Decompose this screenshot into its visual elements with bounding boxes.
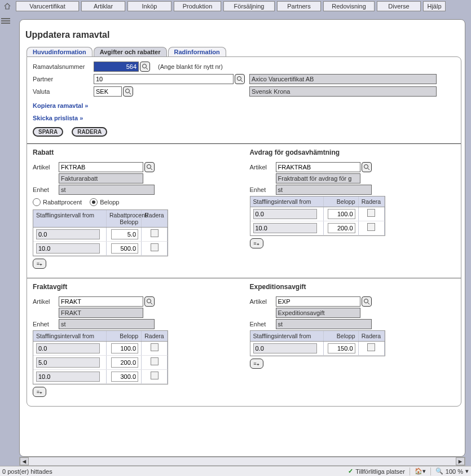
value-input[interactable] xyxy=(328,209,355,219)
add-row-button[interactable]: ≡₊ xyxy=(250,238,263,248)
security-icon[interactable]: 🏠▾ xyxy=(415,468,426,475)
value-input[interactable] xyxy=(111,243,138,254)
col-from: Stafflingsintervall from xyxy=(33,331,107,341)
col-val: Rabattprocent/ Belopp xyxy=(107,210,142,227)
artikel-name-display: Fakturarabatt xyxy=(59,173,143,184)
table-row xyxy=(33,228,168,242)
delete-checkbox[interactable] xyxy=(151,343,159,351)
tab-1[interactable]: Avgifter och rabatter xyxy=(94,47,167,56)
delete-checkbox[interactable] xyxy=(367,209,375,217)
col-radera: Radera xyxy=(359,331,385,341)
add-row-button[interactable]: ≡₊ xyxy=(33,387,46,397)
menu-diverse[interactable]: Diverse xyxy=(377,1,421,11)
artikel-lookup-icon[interactable] xyxy=(144,296,155,307)
menu-produktion[interactable]: Produktion xyxy=(174,1,221,11)
col-radera: Radera xyxy=(359,196,385,207)
svg-line-13 xyxy=(368,303,369,304)
artikel-label: Artikel xyxy=(250,298,276,305)
artikel-label: Artikel xyxy=(33,164,59,171)
radio-belopp[interactable] xyxy=(90,198,98,206)
tab-row: HuvudinformationAvgifter och rabatterRad… xyxy=(20,47,465,56)
value-input[interactable] xyxy=(328,343,355,353)
table-row xyxy=(33,342,168,356)
col-radera: Radera xyxy=(142,210,168,227)
save-button[interactable]: SPARA xyxy=(33,127,63,137)
delete-checkbox[interactable] xyxy=(151,372,159,379)
scroll-left-icon[interactable]: ◄ xyxy=(20,457,29,465)
enhet-display: st xyxy=(59,185,155,195)
col-radera: Radera xyxy=(142,331,168,341)
delete-button[interactable]: RADERA xyxy=(72,127,107,137)
value-input[interactable] xyxy=(111,229,138,239)
enhet-label: Enhet xyxy=(33,321,59,327)
menu-varucertifikat[interactable]: Varucertifikat xyxy=(16,1,79,11)
svg-line-1 xyxy=(146,68,148,69)
artikel-code-input[interactable] xyxy=(59,162,143,172)
from-input[interactable] xyxy=(36,243,100,254)
delete-checkbox[interactable] xyxy=(151,243,159,251)
zoom-icon[interactable]: 🔍 xyxy=(435,468,443,475)
copy-framework-link[interactable]: Kopiera ramavtal » xyxy=(33,102,455,109)
enhet-label: Enhet xyxy=(33,186,59,193)
scroll-right-icon[interactable]: ► xyxy=(456,457,465,465)
artikel-lookup-icon[interactable] xyxy=(362,296,372,307)
partner-input[interactable] xyxy=(94,74,234,84)
value-input[interactable] xyxy=(111,357,138,368)
svg-point-2 xyxy=(237,77,241,81)
section-rabatt: RabattArtikelFakturarabattEnhetst Rabatt… xyxy=(27,144,244,278)
artikel-code-input[interactable] xyxy=(59,296,143,307)
menu-inköp[interactable]: Inköp xyxy=(127,1,171,11)
artikel-code-input[interactable] xyxy=(276,162,360,172)
value-input[interactable] xyxy=(111,343,138,353)
ramavtalsnummer-lookup-icon[interactable] xyxy=(140,62,150,72)
status-bar: 0 post(er) hittades ✓ Tillförlitliga pla… xyxy=(0,466,471,476)
from-input[interactable] xyxy=(36,357,100,368)
valuta-lookup-icon[interactable] xyxy=(123,86,133,97)
tab-2[interactable]: Radinformation xyxy=(168,47,226,56)
from-input[interactable] xyxy=(253,343,317,353)
delete-checkbox[interactable] xyxy=(151,357,159,365)
radio-rabattprocent[interactable] xyxy=(33,198,41,206)
partner-name-display: Axico Varucertifikat AB xyxy=(249,74,437,84)
enhet-label: Enhet xyxy=(250,321,276,327)
add-row-button[interactable]: ≡₊ xyxy=(33,259,46,269)
valuta-input[interactable] xyxy=(94,86,122,97)
zoom-dropdown-icon[interactable]: ▾ xyxy=(465,468,469,475)
delete-checkbox[interactable] xyxy=(151,229,159,237)
menu-redovisning[interactable]: Redovisning xyxy=(323,1,375,11)
value-input[interactable] xyxy=(111,372,138,382)
home-icon[interactable] xyxy=(2,1,12,11)
send-pricelist-link[interactable]: Skicka prislista » xyxy=(33,115,455,121)
menu-artiklar[interactable]: Artiklar xyxy=(81,1,125,11)
artikel-lookup-icon[interactable] xyxy=(362,162,372,172)
partner-label: Partner xyxy=(33,76,94,82)
from-input[interactable] xyxy=(36,372,100,382)
section-title: Fraktavgift xyxy=(33,283,237,291)
value-input[interactable] xyxy=(328,223,355,233)
table-row xyxy=(250,342,385,356)
menu-hjälp[interactable]: Hjälp xyxy=(423,1,446,11)
menu-försäljning[interactable]: Försäljning xyxy=(223,1,275,11)
partner-lookup-icon[interactable] xyxy=(235,74,245,84)
horizontal-scrollbar[interactable]: ◄ ► xyxy=(19,457,465,466)
artikel-name-display: FRAKT xyxy=(59,308,143,318)
section-title: Avdrag för godsavhämtning xyxy=(250,149,455,156)
sidebar-grip-icon[interactable] xyxy=(1,17,10,30)
artikel-code-input[interactable] xyxy=(276,296,360,307)
delete-checkbox[interactable] xyxy=(367,223,375,231)
ramavtalsnummer-input[interactable] xyxy=(94,62,139,72)
from-input[interactable] xyxy=(253,223,317,233)
staffling-table: Stafflingsintervall fromBeloppRadera xyxy=(33,330,168,385)
delete-checkbox[interactable] xyxy=(367,343,375,351)
table-row xyxy=(33,370,168,384)
enhet-display: st xyxy=(276,185,372,195)
from-input[interactable] xyxy=(36,229,100,239)
from-input[interactable] xyxy=(253,209,317,219)
artikel-lookup-icon[interactable] xyxy=(144,162,155,172)
from-input[interactable] xyxy=(36,343,100,353)
artikel-label: Artikel xyxy=(33,298,59,305)
menu-partners[interactable]: Partners xyxy=(277,1,321,11)
add-row-button[interactable]: ≡₊ xyxy=(250,359,263,369)
tab-0[interactable]: Huvudinformation xyxy=(27,47,93,56)
svg-line-7 xyxy=(151,168,152,170)
